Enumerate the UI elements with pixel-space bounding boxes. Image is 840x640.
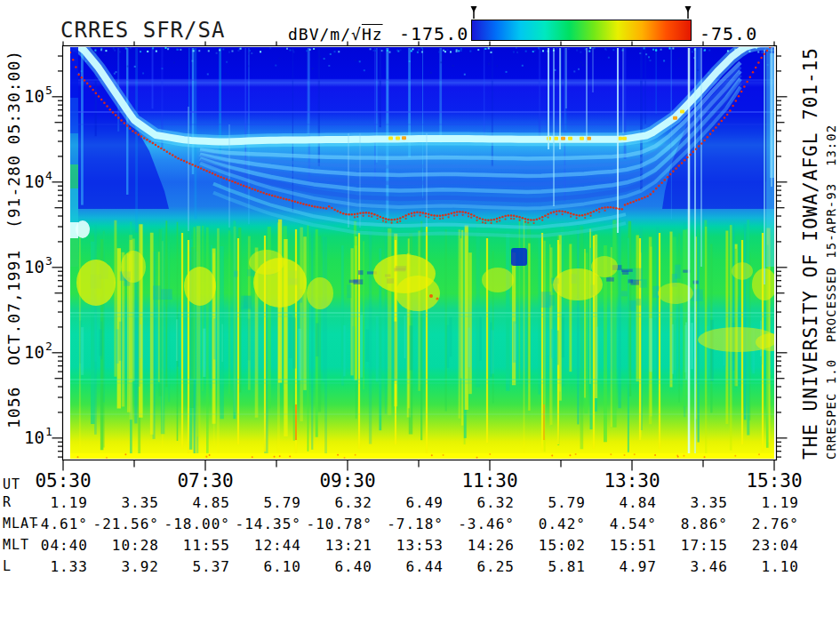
institution-label: THE UNIVERSITY OF IOWA/AFGL 701-15 [800,47,821,460]
ephemeris-value: 2.76° [724,516,799,532]
ephemeris-value: 3.46 [653,558,728,575]
y-axis-decade-label: 104 [24,171,52,191]
ephemeris-value: 13:53 [369,537,444,554]
ephemeris-value: 15:02 [511,537,586,554]
ephemeris-value: 5.79 [511,494,586,511]
ephemeris-value: 4.84 [582,494,657,511]
x-axis-tick-label: 07:30 [156,470,254,492]
ephemeris-value: 6.40 [298,558,372,575]
ephemeris-value: 23:04 [724,537,799,554]
ephemeris-value: 14:26 [440,537,515,554]
ephemeris-value: -21.56° [84,516,159,532]
ephemeris-value: 5.79 [227,494,301,511]
ephemeris-value: 5.81 [511,558,586,575]
ephemeris-value: 5.37 [156,558,230,575]
ephemeris-row-label: R [3,494,12,510]
processing-info-label: CRRESPEC 1.0 PROCESSED 15-APR-93 13:02 [824,124,838,460]
ephemeris-value: -7.18° [369,516,444,532]
x-axis-tick-label: 13:30 [583,470,681,492]
spectrogram-data-layers [69,44,788,459]
ephemeris-value: 04:40 [13,537,88,554]
ephemeris-value: 6.49 [369,494,444,511]
ephemeris-value: 1.19 [13,494,88,511]
ephemeris-value: 6.32 [440,494,515,511]
ephemeris-value: -4.61° [13,516,88,532]
ephemeris-value: 6.10 [227,558,301,575]
ephemeris-value: 4.85 [156,494,230,511]
ephemeris-row-label: L [3,558,12,574]
ephemeris-value: 6.32 [298,494,372,511]
ephemeris-value: 4.97 [582,558,657,575]
ephemeris-value: -10.78° [298,516,372,532]
ephemeris-value: 12:44 [227,537,301,554]
ephemeris-value: 4.54° [582,516,657,532]
ephemeris-value: 6.25 [440,558,515,575]
ephemeris-value: 13:21 [298,537,372,554]
ephemeris-value: 3.35 [653,494,728,511]
y-axis-decade-label: 101 [24,427,52,447]
ephemeris-value: 0.42° [511,516,586,532]
ephemeris-value: 10:28 [84,537,159,554]
x-axis-tick-label: 05:30 [14,470,112,492]
ephemeris-value: 11:55 [156,537,230,554]
y-axis-decade-label: 103 [24,256,52,276]
orbit-date-label: 1056 OCT.07,1991 (91-280 05:30:00) [4,50,23,428]
ephemeris-value: 1.33 [13,558,88,575]
crres-spectrogram-page: CRRES SFR/SA dBV/m/√Hz -175.0 -75.0 1051… [0,0,840,640]
ephemeris-value: -3.46° [440,516,515,532]
x-axis-tick-label: 11:30 [441,470,539,492]
ephemeris-value: 1.19 [724,494,799,511]
ephemeris-value: 3.35 [84,494,159,511]
x-axis-tick-label: 09:30 [299,470,396,492]
y-axis-decade-label: 102 [24,341,52,362]
x-axis-tick-label: 15:30 [725,470,823,492]
ephemeris-value: -14.35° [227,516,301,532]
ephemeris-value: 15:51 [582,537,657,554]
ephemeris-value: 3.92 [84,558,159,575]
ephemeris-value: 6.44 [369,558,444,575]
ephemeris-value: 1.10 [724,558,799,575]
ephemeris-value: -18.00° [156,516,230,532]
y-axis-decade-label: 105 [24,85,52,106]
ephemeris-value: 8.86° [653,516,728,532]
ephemeris-value: 17:15 [653,537,728,554]
